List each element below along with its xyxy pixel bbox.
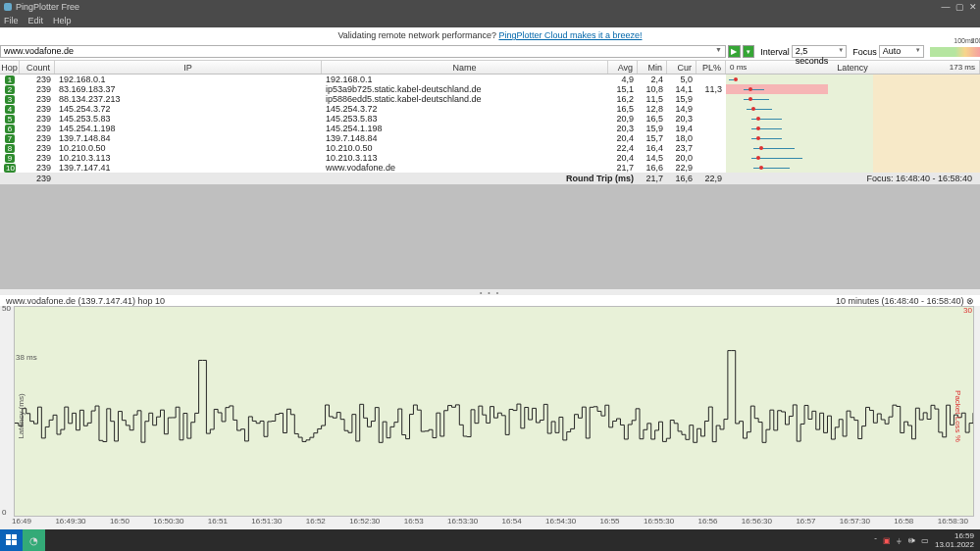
tray-brave-icon[interactable]: ▣ — [883, 536, 891, 545]
graph-area[interactable]: 38 ms Latency (ms) Packet Loss % 30 — [14, 306, 974, 517]
col-name[interactable]: Name — [322, 61, 608, 74]
tray-chevron-icon[interactable]: ˆ — [874, 536, 877, 545]
latency-max: 173 ms — [950, 63, 975, 72]
table-header: Hop Count IP Name Avg Min Cur PL% 0 ms L… — [0, 61, 980, 75]
empty-area — [0, 184, 980, 289]
minimize-button[interactable]: — — [939, 0, 953, 14]
col-latency[interactable]: 0 ms Latency 173 ms — [726, 61, 980, 74]
tray-battery-icon[interactable]: ▭ — [921, 536, 929, 545]
start-button[interactable] — [728, 45, 741, 58]
hop-latency-bar — [726, 94, 980, 104]
table-row[interactable]: 223983.169.183.37ip53a9b725.static.kabel… — [0, 84, 980, 94]
system-tray: ˆ ▣ ⏚ 🕪 ▭ 16:59 13.01.2022 — [874, 531, 980, 549]
menu-edit[interactable]: Edit — [28, 16, 44, 25]
table-row[interactable]: 923910.210.3.11310.210.3.11320,414,520,0 — [0, 153, 980, 163]
hop-latency-bar — [726, 163, 980, 173]
hop-number: 4 — [0, 104, 20, 114]
hop-ip: 145.253.5.83 — [55, 114, 322, 124]
close-graph-icon[interactable]: ⊗ — [966, 296, 974, 306]
focus-select[interactable]: Auto — [879, 45, 924, 58]
graph-range: 10 minutes (16:48:40 - 16:58:40) — [836, 296, 964, 306]
taskbar: ◔ ˆ ▣ ⏚ 🕪 ▭ 16:59 13.01.2022 — [0, 529, 980, 551]
col-cur[interactable]: Cur — [667, 61, 696, 74]
table-row[interactable]: 1239192.168.0.1192.168.0.14,92,45,0 — [0, 75, 980, 84]
promo-link[interactable]: PingPlotter Cloud makes it a breeze! — [498, 30, 642, 40]
hop-number: 2 — [0, 84, 20, 94]
tray-volume-icon[interactable]: 🕪 — [907, 536, 915, 545]
clock-date: 13.01.2022 — [935, 540, 974, 549]
latency-scale-gradient: 100ms 200ms — [930, 47, 980, 57]
titlebar: PingPlotter Free — ▢ ✕ — [0, 0, 980, 14]
hop-min: 16,6 — [638, 163, 667, 173]
tray-clock[interactable]: 16:59 13.01.2022 — [935, 531, 974, 549]
focus-value: Auto — [883, 46, 902, 56]
hop-name: 145.254.1.198 — [322, 124, 608, 133]
hop-cur: 15,9 — [667, 94, 696, 104]
col-ip[interactable]: IP — [55, 61, 322, 74]
hop-min: 10,8 — [638, 84, 667, 94]
col-pl[interactable]: PL% — [696, 61, 726, 74]
hop-pl: 11,3 — [696, 84, 726, 94]
tray-wifi-icon[interactable]: ⏚ — [897, 536, 902, 545]
hop-cur: 19,4 — [667, 124, 696, 133]
hop-ip: 83.169.183.37 — [55, 84, 322, 94]
xlabel: 16:58:30 — [938, 517, 968, 526]
hop-avg: 4,9 — [608, 75, 638, 84]
start-menu-button[interactable] — [743, 45, 755, 58]
hop-latency-bar — [726, 84, 980, 94]
xlabel: 16:56 — [697, 517, 717, 526]
close-button[interactable]: ✕ — [966, 0, 980, 14]
hop-name: 10.210.3.113 — [322, 153, 608, 163]
menu-help[interactable]: Help — [53, 16, 72, 25]
hop-pl — [696, 163, 726, 173]
table-row[interactable]: 10239139.7.147.41www.vodafone.de21,716,6… — [0, 163, 980, 173]
hop-number: 9 — [0, 153, 20, 163]
windows-icon — [6, 534, 18, 546]
hop-avg: 15,1 — [608, 84, 638, 94]
col-avg[interactable]: Avg — [608, 61, 638, 74]
clock-time: 16:59 — [935, 531, 974, 540]
hop-min: 11,5 — [638, 94, 667, 104]
table-row[interactable]: 6239145.254.1.198145.254.1.19820,315,919… — [0, 124, 980, 133]
start-button-win[interactable] — [0, 529, 23, 551]
interval-select[interactable]: 2,5 seconds — [792, 45, 848, 58]
table-row[interactable]: 4239145.254.3.72145.254.3.7216,512,814,9 — [0, 104, 980, 114]
menubar: File Edit Help — [0, 14, 980, 27]
target-input[interactable]: www.vodafone.de — [0, 45, 726, 58]
col-hop[interactable]: Hop — [0, 61, 20, 74]
hop-number: 3 — [0, 94, 20, 104]
hop-number: 6 — [0, 124, 20, 133]
hop-ip: 145.254.1.198 — [55, 124, 322, 133]
table-row[interactable]: 823910.210.0.5010.210.0.5022,416,423,7 — [0, 143, 980, 153]
taskbar-app-icon[interactable]: ◔ — [23, 529, 45, 551]
hop-min: 16,5 — [638, 114, 667, 124]
summary-label: Round Trip (ms) — [55, 173, 638, 184]
hop-cur: 20,3 — [667, 114, 696, 124]
hop-name: www.vodafone.de — [322, 163, 608, 173]
hop-pl — [696, 104, 726, 114]
col-count[interactable]: Count — [20, 61, 55, 74]
graph-ytop: 50 — [2, 304, 11, 313]
hop-avg: 16,5 — [608, 104, 638, 114]
xlabel: 16:49:30 — [55, 517, 85, 526]
hop-cur: 14,1 — [667, 84, 696, 94]
hop-avg: 20,4 — [608, 133, 638, 143]
table-row[interactable]: 5239145.253.5.83145.253.5.8320,916,520,3 — [0, 114, 980, 124]
xlabel: 16:58 — [894, 517, 913, 526]
hop-min: 12,8 — [638, 104, 667, 114]
hop-latency-bar — [726, 153, 980, 163]
xlabel: 16:57:30 — [840, 517, 870, 526]
maximize-button[interactable]: ▢ — [953, 0, 966, 14]
hop-name: 139.7.148.84 — [322, 133, 608, 143]
hop-number: 10 — [0, 163, 20, 173]
graph-plot — [14, 306, 974, 517]
hop-count: 239 — [20, 94, 55, 104]
hop-name: 192.168.0.1 — [322, 75, 608, 84]
col-min[interactable]: Min — [638, 61, 667, 74]
hop-name: ip53a9b725.static.kabel-deutschland.de — [322, 84, 608, 94]
table-row[interactable]: 323988.134.237.213ip5886edd5.static.kabe… — [0, 94, 980, 104]
hop-avg: 22,4 — [608, 143, 638, 153]
table-row[interactable]: 7239139.7.148.84139.7.148.8420,415,718,0 — [0, 133, 980, 143]
menu-file[interactable]: File — [4, 16, 19, 25]
app-title: PingPlotter Free — [16, 2, 79, 12]
